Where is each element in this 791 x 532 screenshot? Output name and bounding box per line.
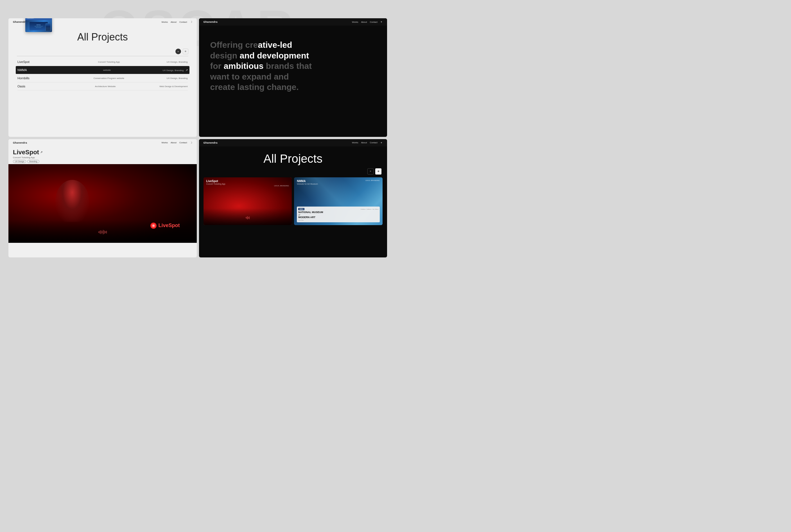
projects-grid-br: LiveSpot Concert Ticketing App UX/UX, BR… xyxy=(199,177,387,225)
nav-br: Ghanendra Works About Contact ✦ xyxy=(199,139,387,147)
card-nmma-inner: NMMA Website for Art Museum UX/UI, BRAND… xyxy=(294,177,382,225)
project-row-nmma[interactable]: NMMA website UX Design, Branding ↗ xyxy=(16,66,189,74)
nav-bl: Ghanendra Works About Contact ☽ xyxy=(8,139,197,147)
nav-links-bl: Works About Contact ☽ xyxy=(161,141,192,144)
nav-about-tl[interactable]: About xyxy=(171,21,176,23)
project-desc-oasis: Architecture Website xyxy=(51,85,159,88)
concert-figure xyxy=(55,180,89,222)
list-view-btn-tl[interactable]: ≡ xyxy=(175,49,181,54)
brand-br: Ghanendra xyxy=(204,141,218,144)
hero-design: design xyxy=(210,51,240,60)
card-nmma[interactable]: NMMA Website for Art Museum UX/UI, BRAND… xyxy=(294,177,382,225)
nav-about-br[interactable]: About xyxy=(361,141,367,144)
panels-container: Ghanendra Works About Contact ☽ All Proj… xyxy=(8,18,387,258)
theme-toggle-bl[interactable]: ☽ xyxy=(190,141,192,144)
list-view-btn-br[interactable]: ≡ xyxy=(368,168,374,174)
preview-national: NATIONAL MUSEUM xyxy=(298,211,378,214)
panel-bottom-right: Ghanendra Works About Contact ✦ All Proj… xyxy=(199,139,387,258)
external-link-icon[interactable]: ↗ xyxy=(40,151,42,154)
card-tags-livespot: UX/UX, BRANDING xyxy=(206,185,289,187)
theme-toggle-br[interactable]: ✦ xyxy=(380,141,382,144)
project-tags-oasis: Web Design & Development xyxy=(159,85,188,88)
nmma-open-now: Open Now xyxy=(298,220,378,221)
hero-for: for xyxy=(210,61,224,71)
hero-and1: and xyxy=(240,51,255,60)
livespot-image: LiveSpot xyxy=(8,164,197,243)
tag-branding: Branding xyxy=(27,160,39,163)
panel-top-left: Ghanendra Works About Contact ☽ All Proj… xyxy=(8,18,197,137)
concert-bg: LiveSpot xyxy=(8,164,197,243)
card-livespot-inner: LiveSpot Concert Ticketing App UX/UX, BR… xyxy=(204,177,292,225)
nav-contact-bl[interactable]: Contact xyxy=(179,141,187,144)
brand-tr: Ghanendra xyxy=(204,20,218,23)
nav-tr: Ghanendra Works About Contact ✦ xyxy=(199,18,387,25)
brand-tl: Ghanendra xyxy=(13,20,27,23)
nav-contact-tr[interactable]: Contact xyxy=(370,21,377,23)
nav-works-bl[interactable]: Works xyxy=(161,141,168,144)
project-name-hornbills: Hornbills xyxy=(17,76,51,80)
tl-content: All Projects ≡ ⊞ NMMA NMMA NATIONAL MUSE… xyxy=(8,25,197,94)
hero-want: want to expand and xyxy=(210,72,289,81)
nmma-preview-header: NMMA Exhibition · Collection · Visit · A… xyxy=(298,208,378,210)
nav-contact-tl[interactable]: Contact xyxy=(179,21,187,23)
nmma-preview-nav: Exhibition · Collection · Visit · About xyxy=(361,209,378,210)
nav-works-tr[interactable]: Works xyxy=(352,21,358,23)
livespot-logo-icon xyxy=(150,223,156,229)
nmma-tooltip: NMMA NMMA NATIONAL MUSEUM MODERN ART xyxy=(25,18,52,32)
nav-about-bl[interactable]: About xyxy=(171,141,176,144)
filter-row-br: ≡ ⊞ xyxy=(199,168,387,177)
panel-bottom-left: Ghanendra Works About Contact ☽ LiveSpot… xyxy=(8,139,197,258)
tag-ux: UX Design xyxy=(13,160,26,163)
hero-brands: brands that xyxy=(264,61,312,71)
tooltip-image: NMMA NATIONAL MUSEUM MODERN ART xyxy=(25,20,52,32)
nmma-preview-logo: NMMA xyxy=(298,208,304,210)
project-tags-livespot: UX Design, Branding xyxy=(167,61,188,63)
hero-text: Offering creative-led design and develop… xyxy=(210,40,376,93)
project-desc-hornbills: Conservation Program website xyxy=(51,77,167,79)
livespot-title: LiveSpot ↗ xyxy=(13,149,192,156)
nav-works-br[interactable]: Works xyxy=(352,141,358,144)
nav-links-tr: Works About Contact ✦ xyxy=(352,20,382,23)
grid-view-btn-tl[interactable]: ⊞ xyxy=(183,49,188,54)
nav-about-tr[interactable]: About xyxy=(361,21,367,23)
all-projects-title-light: All Projects xyxy=(17,31,188,43)
hero-dev: development xyxy=(255,51,309,60)
divider-tl xyxy=(17,56,188,56)
project-tags-hornbills: UX Design, Branding xyxy=(167,77,188,79)
livespot-subtitle: Concert Ticketing App xyxy=(13,156,192,159)
nav-links-tl: Works About Contact ☽ xyxy=(161,20,192,23)
livespot-logo-text: LiveSpot xyxy=(158,223,180,228)
hero-ambitious: ambitious xyxy=(224,61,264,71)
project-row-oasis[interactable]: Oasis Architecture Website Web Design & … xyxy=(17,82,188,91)
card-livespot-waveform xyxy=(246,216,250,220)
hero-ative: ative-led xyxy=(258,40,292,50)
project-row-livespot[interactable]: LiveSpot Concert Ticketing App UX Design… xyxy=(17,58,188,66)
card-sub-nmma: Website for Art Museum xyxy=(297,183,380,185)
project-name-nmma: NMMA xyxy=(17,68,51,72)
project-desc-nmma: website xyxy=(51,69,163,71)
hero-create: create lasting change. xyxy=(210,82,299,92)
nmma-sub-preview: NMMA Exhibition · Collection · Visit · A… xyxy=(297,207,380,222)
hero-area: Offering creative-led design and develop… xyxy=(199,25,387,107)
card-tags-nmma: UX/UI, BRANDING xyxy=(365,179,380,181)
project-list-tl: LiveSpot Concert Ticketing App UX Design… xyxy=(17,57,188,91)
nav-links-br: Works About Contact ✦ xyxy=(352,141,382,144)
project-name-livespot: LiveSpot xyxy=(17,60,51,63)
panel-top-right: Ghanendra Works About Contact ✦ Offering… xyxy=(199,18,387,137)
card-name-livespot: LiveSpot xyxy=(206,179,289,183)
card-livespot[interactable]: LiveSpot Concert Ticketing App UX/UX, BR… xyxy=(204,177,292,225)
nmma-arrow-icon: ↗ xyxy=(186,69,188,72)
nmma-preview-title: NATIONAL MUSEUM of MODERN ART xyxy=(298,211,378,218)
preview-modern-art: MODERN ART xyxy=(298,216,378,219)
theme-toggle-tl[interactable]: ☽ xyxy=(190,20,192,23)
all-projects-title-dark: All Projects xyxy=(199,147,387,168)
grid-view-btn-br[interactable]: ⊞ xyxy=(375,168,381,174)
nav-contact-br[interactable]: Contact xyxy=(370,141,377,144)
project-desc-livespot: Concert Ticketing App xyxy=(51,61,167,63)
nav-works-tl[interactable]: Works xyxy=(161,21,168,23)
livespot-logo: LiveSpot xyxy=(150,223,180,229)
waveform-decoration xyxy=(98,230,107,234)
theme-toggle-tr[interactable]: ✦ xyxy=(380,20,382,23)
hero-offering: Offering cre xyxy=(210,40,258,50)
project-row-hornbills[interactable]: Hornbills Conservation Program website U… xyxy=(17,74,188,82)
